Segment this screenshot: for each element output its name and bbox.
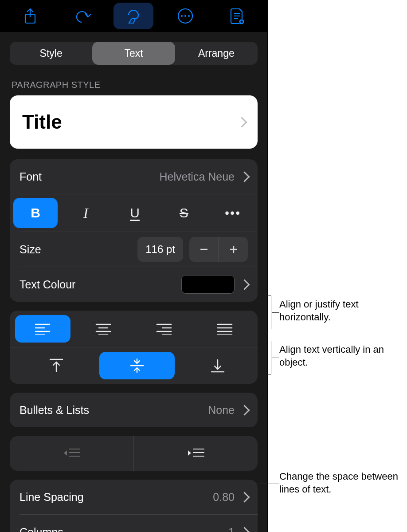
text-colour-swatch[interactable] — [181, 275, 235, 294]
increase-indent-button[interactable] — [133, 436, 258, 471]
callouts-layer: Align or justify text horizontally. Alig… — [268, 0, 407, 532]
strikethrough-button[interactable]: S — [160, 194, 209, 232]
chevron-right-icon — [242, 526, 248, 532]
italic-button[interactable]: I — [61, 194, 110, 232]
line-spacing-row[interactable]: Line Spacing 0.80 — [10, 480, 258, 514]
size-decrease-button[interactable] — [189, 237, 219, 262]
bullets-value: None — [208, 404, 235, 417]
inspector-tabs: Style Text Arrange — [10, 42, 258, 65]
font-panel: Font Helvetica Neue B I U S ••• Size 116… — [10, 159, 258, 302]
more-font-options-button[interactable]: ••• — [208, 194, 258, 232]
size-row: Size 116 pt — [10, 232, 258, 267]
align-center-button[interactable] — [76, 315, 131, 343]
tab-text[interactable]: Text — [92, 42, 175, 65]
bullets-label: Bullets & Lists — [20, 404, 208, 417]
svg-point-6 — [240, 21, 243, 23]
callout-vertical-align: Align text vertically in an object. — [279, 343, 403, 369]
align-right-button[interactable] — [137, 315, 192, 343]
chevron-right-icon — [239, 116, 245, 128]
size-stepper — [189, 237, 248, 262]
vertical-align-row — [10, 347, 258, 384]
inspector-content: Style Text Arrange PARAGRAPH STYLE Title… — [0, 32, 267, 532]
font-value: Helvetica Neue — [159, 170, 235, 183]
bullets-row[interactable]: Bullets & Lists None — [10, 393, 258, 427]
font-row[interactable]: Font Helvetica Neue — [10, 159, 258, 194]
size-label: Size — [20, 243, 137, 256]
columns-row[interactable]: Columns 1 — [10, 515, 258, 532]
tab-arrange[interactable]: Arrange — [175, 42, 258, 65]
align-justify-button[interactable] — [197, 315, 252, 343]
top-toolbar — [0, 0, 267, 32]
paragraph-style-value: Title — [22, 111, 239, 133]
align-top-button[interactable] — [19, 352, 94, 379]
size-increase-button[interactable] — [219, 237, 248, 262]
format-button[interactable] — [113, 3, 153, 29]
decrease-indent-button[interactable] — [10, 436, 133, 471]
svg-point-2 — [181, 15, 183, 17]
columns-label: Columns — [20, 526, 228, 532]
horizontal-align-row — [10, 311, 258, 347]
svg-point-3 — [184, 15, 186, 17]
bullets-panel: Bullets & Lists None — [10, 393, 258, 427]
bold-button[interactable]: B — [13, 198, 58, 228]
alignment-panel — [10, 311, 258, 384]
line-spacing-value: 0.80 — [213, 491, 235, 504]
chevron-right-icon — [242, 171, 248, 182]
svg-point-4 — [188, 15, 190, 17]
paragraph-style-selector[interactable]: Title — [10, 95, 258, 149]
font-label: Font — [20, 170, 159, 183]
callout-line-spacing: Change the space between lines of text. — [279, 470, 407, 496]
line-spacing-label: Line Spacing — [20, 491, 213, 504]
more-button[interactable] — [165, 3, 205, 29]
chevron-right-icon — [242, 491, 248, 503]
chevron-right-icon — [242, 404, 248, 416]
spacing-panel: Line Spacing 0.80 Columns 1 — [10, 480, 258, 532]
align-left-button[interactable] — [15, 315, 70, 343]
callout-horizontal-align: Align or justify text horizontally. — [279, 298, 403, 323]
underline-button[interactable]: U — [110, 194, 160, 232]
share-button[interactable] — [10, 3, 50, 29]
size-value-field[interactable]: 116 pt — [137, 237, 183, 262]
indent-panel — [10, 436, 258, 471]
undo-button[interactable] — [62, 3, 102, 29]
chevron-right-icon — [242, 279, 248, 290]
columns-value: 1 — [228, 526, 235, 532]
format-inspector-panel: Style Text Arrange PARAGRAPH STYLE Title… — [0, 0, 268, 532]
font-style-buttons: B I U S ••• — [10, 194, 258, 232]
text-colour-row[interactable]: Text Colour — [10, 267, 258, 302]
align-middle-button[interactable] — [99, 352, 175, 379]
document-settings-button[interactable] — [217, 3, 257, 29]
text-colour-label: Text Colour — [20, 278, 181, 291]
paragraph-style-header: PARAGRAPH STYLE — [12, 80, 258, 90]
tab-style[interactable]: Style — [10, 42, 92, 65]
align-bottom-button[interactable] — [180, 352, 255, 379]
